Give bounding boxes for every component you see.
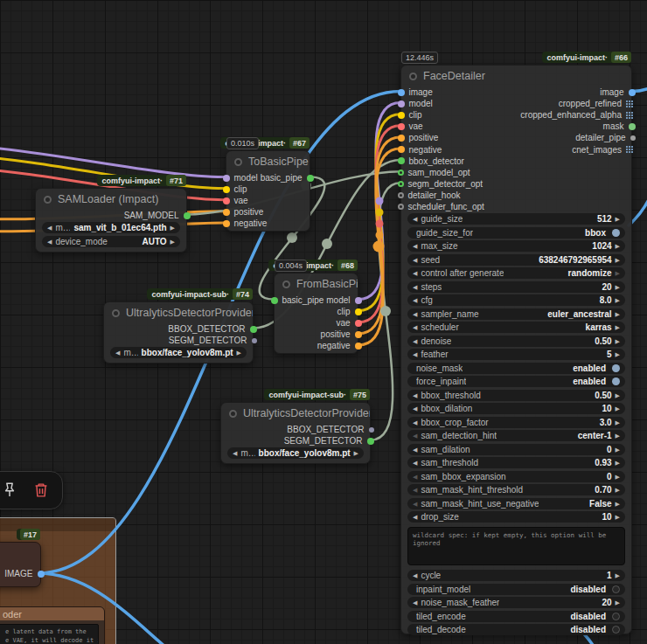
node-title[interactable]: UltralyticsDetectorProvider	[221, 403, 370, 424]
toggle-dot[interactable]	[612, 364, 620, 372]
input-slot-negative[interactable]: negative	[401, 143, 484, 155]
input-slot-image[interactable]: image	[401, 87, 484, 98]
feather-widget[interactable]: ◀feather5▶	[407, 349, 625, 360]
sam_mask_hint_threshold-widget[interactable]: ◀sam_mask_hint_threshold0.70▶	[407, 484, 625, 495]
increment-arrow-icon[interactable]: ▶	[616, 267, 620, 279]
note-node[interactable]: oder e latent data from the e VAE, it wi…	[0, 606, 105, 644]
decrement-arrow-icon[interactable]: ◀	[413, 281, 417, 293]
increment-arrow-icon[interactable]: ▶	[616, 444, 620, 455]
model_na_-widget[interactable]: ◀model_na ...bbox/face_yolov8m.pt▶	[110, 347, 247, 358]
output-slot-positive[interactable]: positive	[317, 329, 358, 340]
collapse-dot-icon[interactable]	[112, 309, 120, 317]
tiled_decode-widget[interactable]: tiled_decodedisabled	[407, 624, 625, 635]
sam_detection_hint-widget[interactable]: ◀sam_detection_hintcenter-1▶	[407, 430, 625, 441]
note-node-text[interactable]: e latent data from the e VAE, it will de…	[0, 624, 99, 644]
force_inpaint-widget[interactable]: force_inpaintenabled	[407, 376, 625, 387]
input-slot-positive[interactable]: positive	[401, 132, 484, 143]
decrement-arrow-icon[interactable]: ◀	[413, 294, 417, 306]
node-ultra74[interactable]: comfyui-impact-sub·#74UltralyticsDetecto…	[103, 301, 254, 364]
node-samloader[interactable]: comfyui-impact·#71SAMLoader (Impact)SAM_…	[35, 188, 187, 253]
output-slot-SEGM_DETECTOR[interactable]: SEGM_DETECTOR	[284, 435, 370, 447]
output-slot-vae[interactable]: vae	[317, 317, 358, 329]
input-slot-model[interactable]: model	[401, 98, 484, 109]
input-slot-clip[interactable]: clip	[401, 109, 484, 121]
steps-widget[interactable]: ◀steps20▶	[407, 281, 625, 293]
decrement-arrow-icon[interactable]: ◀	[233, 447, 237, 459]
output-slot-mask[interactable]: mask	[520, 121, 631, 132]
decrement-arrow-icon[interactable]: ◀	[413, 457, 417, 468]
noise_mask-widget[interactable]: noise_maskenabled	[407, 363, 625, 374]
increment-arrow-icon[interactable]: ▶	[616, 240, 620, 252]
decrement-arrow-icon[interactable]: ◀	[413, 570, 417, 581]
increment-arrow-icon[interactable]: ▶	[616, 417, 620, 428]
output-slot-BBOX_DETECTOR[interactable]: BBOX_DETECTOR	[284, 424, 370, 435]
guide_size_for-widget[interactable]: guide_size_forbbox	[407, 227, 625, 239]
node-title[interactable]: FromBasicPipe	[275, 274, 358, 294]
node-title[interactable]: SAMLoader (Impact)	[36, 189, 186, 210]
increment-arrow-icon[interactable]: ▶	[616, 498, 620, 509]
node-ultra75[interactable]: comfyui-impact-sub·#75UltralyticsDetecto…	[220, 402, 371, 464]
input-slot-detailer_hook[interactable]: detailer_hook	[401, 190, 484, 201]
device_mode-widget[interactable]: ◀device_modeAUTO▶	[42, 236, 180, 247]
input-slot-negative[interactable]: negative	[226, 218, 267, 229]
output-slot-model[interactable]: model	[317, 294, 358, 306]
collapse-dot-icon[interactable]	[229, 410, 237, 418]
collapse-dot-icon[interactable]	[44, 196, 52, 204]
output-slot-image[interactable]: image	[520, 87, 631, 98]
node-title[interactable]: UltralyticsDetectorProvider	[104, 302, 253, 323]
output-slot-cnet_images[interactable]: cnet_images	[520, 143, 631, 155]
sam_bbox_expansion-widget[interactable]: ◀sam_bbox_expansion0▶	[407, 471, 625, 482]
cfg-widget[interactable]: ◀cfg8.0▶	[407, 294, 625, 306]
increment-arrow-icon[interactable]: ▶	[616, 294, 620, 306]
toggle-dot[interactable]	[612, 229, 620, 237]
bbox_crop_factor-widget[interactable]: ◀bbox_crop_factor3.0▶	[407, 417, 625, 428]
node-tobasicpipe[interactable]: 0.010scomfyui-impact·#67ToBasicPipemodel…	[226, 150, 310, 232]
comfyui-canvas[interactable]: { "colors":{ "blue":"#58a4e6","purple":"…	[0, 0, 647, 644]
delete-button[interactable]	[31, 480, 52, 501]
decrement-arrow-icon[interactable]: ◀	[413, 240, 417, 252]
input-slot-segm_detector_opt[interactable]: segm_detector_opt	[401, 178, 484, 190]
decrement-arrow-icon[interactable]: ◀	[413, 213, 417, 225]
decrement-arrow-icon[interactable]: ◀	[413, 390, 417, 401]
decrement-arrow-icon[interactable]: ◀	[413, 267, 417, 279]
increment-arrow-icon[interactable]: ▶	[170, 222, 175, 233]
increment-arrow-icon[interactable]: ▶	[237, 347, 241, 358]
sam_threshold-widget[interactable]: ◀sam_threshold0.93▶	[407, 457, 625, 468]
decrement-arrow-icon[interactable]: ◀	[413, 430, 417, 441]
model_n_-widget[interactable]: ◀model_n ...sam_vit_b_01ec64.pth▶	[42, 222, 180, 233]
bbox_dilation-widget[interactable]: ◀bbox_dilation10▶	[407, 403, 625, 414]
decrement-arrow-icon[interactable]: ◀	[413, 349, 417, 360]
decrement-arrow-icon[interactable]: ◀	[413, 322, 417, 333]
node-node17[interactable]: #17IMAGE	[0, 542, 41, 587]
output-slot-SEGM_DETECTOR[interactable]: SEGM_DETECTOR	[168, 335, 253, 346]
increment-arrow-icon[interactable]: ▶	[616, 457, 620, 468]
increment-arrow-icon[interactable]: ▶	[616, 213, 620, 225]
output-slot-detailer_pipe[interactable]: detailer_pipe	[520, 132, 631, 143]
scheduler-widget[interactable]: ◀schedulerkarras▶	[407, 322, 625, 333]
decrement-arrow-icon[interactable]: ◀	[413, 511, 417, 523]
decrement-arrow-icon[interactable]: ◀	[413, 498, 417, 509]
link-wire-image-out[interactable]	[632, 68, 647, 92]
increment-arrow-icon[interactable]: ▶	[616, 403, 620, 414]
decrement-arrow-icon[interactable]: ◀	[413, 417, 417, 428]
output-slot-basic_pipe[interactable]: basic_pipe	[261, 172, 310, 184]
drop_size-widget[interactable]: ◀drop_size10▶	[407, 511, 625, 523]
increment-arrow-icon[interactable]: ▶	[616, 511, 620, 523]
denoise-widget[interactable]: ◀denoise0.50▶	[407, 336, 625, 347]
decrement-arrow-icon[interactable]: ◀	[413, 597, 417, 608]
decrement-arrow-icon[interactable]: ◀	[47, 236, 52, 247]
toggle-dot[interactable]	[612, 613, 620, 620]
sam_dilation-widget[interactable]: ◀sam_dilation0▶	[407, 444, 625, 455]
increment-arrow-icon[interactable]: ▶	[616, 430, 620, 441]
control_after_generate-widget[interactable]: ◀control after generaterandomize▶	[407, 267, 625, 279]
bbox_threshold-widget[interactable]: ◀bbox_threshold0.50▶	[407, 390, 625, 401]
link-wire-in-model[interactable]	[0, 145, 226, 177]
output-slot-cropped_enhanced_alpha[interactable]: cropped_enhanced_alpha	[520, 109, 631, 121]
node-title[interactable]: ToBasicPipe	[226, 151, 310, 172]
input-slot-vae[interactable]: vae	[226, 195, 267, 206]
input-slot-scheduler_func_opt[interactable]: scheduler_func_opt	[401, 201, 484, 212]
decrement-arrow-icon[interactable]: ◀	[413, 484, 417, 495]
increment-arrow-icon[interactable]: ▶	[616, 484, 620, 495]
tiled_encode-widget[interactable]: tiled_encodedisabled	[407, 611, 625, 622]
toggle-dot[interactable]	[612, 377, 620, 385]
